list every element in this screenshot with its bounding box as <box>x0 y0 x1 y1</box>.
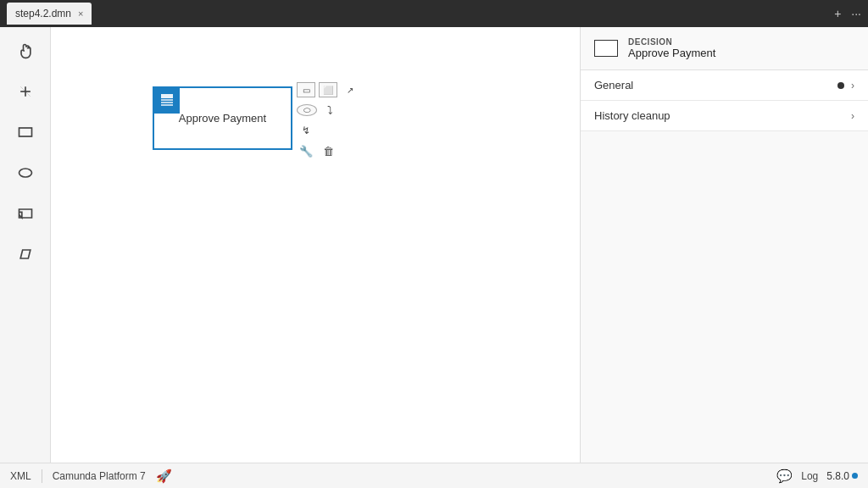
decision-node[interactable]: Approve Payment <box>153 86 292 150</box>
rocket-icon: 🚀 <box>156 469 172 484</box>
title-bar-actions: + ··· <box>834 7 861 20</box>
main-container: Approve Payment ▭ ⬜ ↗ ⬭ ⤵ ↯ 🔧 🗑 <box>0 27 868 463</box>
history-cleanup-row-right: › <box>851 110 854 122</box>
ctx-wrench-tool[interactable]: 🔧 <box>297 143 315 158</box>
decision-icon-box <box>594 40 618 57</box>
bottom-bar: XML Camunda Platform 7 🚀 💬 Log 5.8.0 <box>0 463 868 488</box>
general-row[interactable]: General › <box>581 70 868 101</box>
right-panel-header: DECISION Approve Payment <box>581 27 868 70</box>
context-tools: ▭ ⬜ ↗ ⬭ ⤵ ↯ 🔧 🗑 <box>297 82 359 158</box>
version-label: 5.8.0 <box>826 470 849 482</box>
context-tools-row-4: 🔧 🗑 <box>297 143 359 158</box>
ctx-rect2-tool[interactable]: ⬜ <box>319 82 337 97</box>
left-toolbar <box>0 27 51 463</box>
context-tools-row-1: ▭ ⬜ ↗ <box>297 82 359 97</box>
version-dot <box>852 473 858 479</box>
hand-tool-button[interactable] <box>10 36 41 66</box>
svg-point-4 <box>19 169 31 177</box>
right-panel: DECISION Approve Payment General › Histo… <box>580 27 868 463</box>
history-cleanup-chevron: › <box>851 110 854 122</box>
decision-type-label: DECISION <box>628 37 715 47</box>
context-tools-row-3: ↯ <box>297 123 359 138</box>
general-label: General <box>594 79 633 92</box>
svg-rect-6 <box>161 94 173 98</box>
history-cleanup-row[interactable]: History cleanup › <box>581 101 868 131</box>
svg-rect-8 <box>161 102 173 103</box>
decision-node-header-icon <box>160 93 174 109</box>
add-tab-button[interactable]: + <box>834 7 841 20</box>
svg-rect-7 <box>161 99 173 101</box>
file-tab[interactable]: step4.2.dmn × <box>7 3 92 25</box>
svg-rect-3 <box>19 128 31 136</box>
cursor-tool-button[interactable] <box>10 76 41 107</box>
ctx-connect-tool[interactable]: ⤵ <box>320 103 339 118</box>
ctx-oval-tool[interactable]: ⬭ <box>297 104 317 116</box>
decision-name-label: Approve Payment <box>628 47 715 59</box>
message-icon[interactable]: 💬 <box>776 469 793 484</box>
general-dot <box>837 82 844 89</box>
general-row-right: › <box>837 80 854 92</box>
comment-tool-button[interactable] <box>10 198 41 229</box>
ctx-arrow-tool[interactable]: ↗ <box>341 82 359 97</box>
rectangle-tool-button[interactable] <box>10 117 41 147</box>
bottom-bar-sep-1 <box>42 469 42 483</box>
svg-rect-9 <box>161 104 173 106</box>
oval-tool-button[interactable] <box>10 158 41 188</box>
ctx-rect-tool[interactable]: ▭ <box>297 82 315 97</box>
canvas-area[interactable]: Approve Payment ▭ ⬜ ↗ ⬭ ⤵ ↯ 🔧 🗑 <box>51 27 580 463</box>
decision-node-header <box>154 88 180 114</box>
context-tools-row-2: ⬭ ⤵ <box>297 103 359 118</box>
history-cleanup-label: History cleanup <box>594 109 670 122</box>
tab-close-button[interactable]: × <box>78 9 83 19</box>
parallelogram-tool-button[interactable] <box>10 239 41 269</box>
version-badge: 5.8.0 <box>826 470 858 482</box>
svg-marker-5 <box>20 250 31 258</box>
platform-label: Camunda Platform 7 <box>53 470 146 482</box>
tab-label: step4.2.dmn <box>15 8 71 19</box>
bottom-bar-right: 💬 Log 5.8.0 <box>776 469 858 484</box>
more-button[interactable]: ··· <box>851 7 861 20</box>
ctx-trash-tool[interactable]: 🗑 <box>319 143 337 158</box>
xml-label[interactable]: XML <box>10 470 31 482</box>
log-label[interactable]: Log <box>801 470 818 482</box>
ctx-edit-tool[interactable]: ↯ <box>297 123 315 138</box>
general-chevron: › <box>851 80 854 92</box>
decision-meta: DECISION Approve Payment <box>628 37 715 59</box>
title-bar: step4.2.dmn × + ··· <box>0 0 868 27</box>
